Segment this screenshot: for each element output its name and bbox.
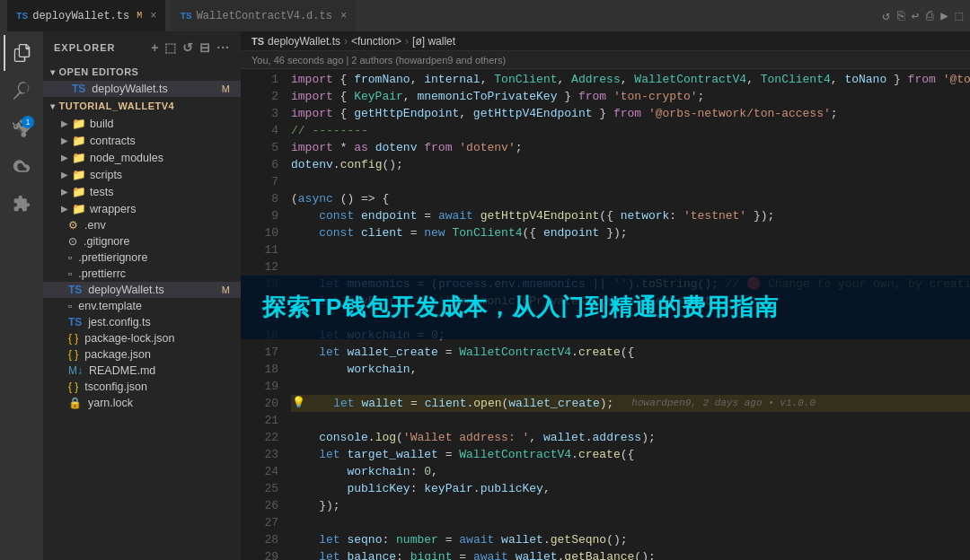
file-yarn-lock[interactable]: 🔒 yarn.lock (43, 395, 241, 411)
ts-icon-2: TS (180, 11, 191, 22)
new-folder-icon[interactable]: ⬚ (164, 40, 177, 55)
git-info-text: You, 46 seconds ago | 2 authors (howardp… (251, 55, 506, 66)
file-package-json[interactable]: { } package.json (43, 346, 241, 363)
main-layout: 1 EXPLORER + ⬚ ↺ ⊟ ··· ▾ OPEN EDITORS (0, 31, 970, 560)
tab-wallet-contract[interactable]: TS WalletContractV4.d.ts × (171, 0, 356, 31)
folder-tests-label: tests (90, 186, 113, 198)
folder-contracts-icon: 📁 (72, 134, 86, 147)
code-line-12 (291, 258, 970, 276)
search-activity-icon[interactable] (4, 73, 40, 109)
folder-node-modules-label: node_modules (90, 152, 163, 164)
code-line-4: // -------- (291, 122, 970, 139)
split-icon[interactable]: ⎘ (897, 9, 904, 23)
file-jest-config-name: jest.config.ts (88, 316, 150, 328)
folder-node-modules-icon: 📁 (72, 151, 86, 164)
deploy-wallet-ts-icon: TS (68, 284, 82, 296)
git-activity-icon[interactable]: 1 (4, 110, 40, 146)
folder-tests[interactable]: ▶ 📁 tests (43, 183, 241, 200)
bulb-decoration[interactable]: 💡 (291, 395, 305, 412)
project-folder-header[interactable]: ▾ TUTORIAL_WALLETV4 (43, 97, 241, 115)
file-package-lock-name: package-lock.json (84, 332, 174, 345)
prettierrc-icon: ▫ (68, 267, 72, 280)
file-prettierrc[interactable]: ▫ .prettierrc (43, 266, 241, 282)
folder-wrappers[interactable]: ▶ 📁 wrappers (43, 200, 241, 217)
undo-icon[interactable]: ↺ (882, 8, 889, 23)
tab-close-button-2[interactable]: × (340, 10, 347, 22)
code-line-26: }); (291, 497, 970, 514)
file-package-lock[interactable]: { } package-lock.json (43, 330, 241, 346)
folder-node-modules-arrow: ▶ (61, 153, 68, 162)
open-editors-header[interactable]: ▾ OPEN EDITORS (43, 63, 241, 81)
collapse-icon[interactable]: ⊟ (199, 40, 211, 55)
new-file-icon[interactable]: + (151, 40, 159, 55)
folder-contracts-label: contracts (90, 135, 136, 147)
file-deploy-wallet[interactable]: TS deployWallet.ts M (43, 282, 241, 298)
file-package-json-name: package.json (84, 348, 151, 361)
folder-build-icon: 📁 (72, 117, 86, 130)
breadcrumb-file: deployWallet.ts (268, 35, 340, 48)
folder-wrappers-label: wrappers (90, 203, 136, 215)
code-line-20: 💡 let wallet = client.open(wallet_create… (291, 395, 970, 412)
open-editors-section: ▾ OPEN EDITORS TS deployWallet.ts M (43, 63, 241, 97)
more-options-icon[interactable]: ··· (216, 40, 230, 55)
yarn-lock-icon: 🔒 (68, 397, 82, 409)
code-editor[interactable]: 12345 678910 1112131415 1617181920 21222… (241, 69, 970, 560)
title-bar: TS deployWallet.ts M × TS WalletContract… (0, 0, 970, 31)
file-tsconfig-name: tsconfig.json (84, 381, 146, 393)
folder-scripts-icon: 📁 (72, 168, 86, 181)
readme-icon: M↓ (68, 364, 83, 377)
package-lock-icon: { } (68, 332, 78, 345)
folder-tests-arrow: ▶ (61, 187, 68, 197)
file-gitignore[interactable]: ⊙ .gitignore (43, 233, 241, 249)
file-prettierrc-name: .prettierrc (78, 267, 126, 280)
folder-build[interactable]: ▶ 📁 build (43, 115, 241, 132)
file-env-template[interactable]: ▫ env.template (43, 298, 241, 314)
title-bar-right: ↺ ⎘ ↩ ⎙ ▶ ⬚ (882, 8, 963, 23)
run-icon[interactable]: ▶ (940, 8, 948, 23)
code-line-18: workchain, (291, 361, 970, 378)
debug-activity-icon[interactable] (4, 148, 40, 184)
project-section: ▾ TUTORIAL_WALLETV4 ▶ 📁 build ▶ 📁 contra… (43, 97, 241, 411)
file-prettierignore[interactable]: ▫ .prettierignore (43, 249, 241, 266)
ts-icon: TS (16, 11, 28, 22)
activity-bar: 1 (0, 31, 43, 560)
deploy-wallet-modified: M (222, 284, 230, 295)
file-env-template-name: env.template (78, 300, 142, 312)
extensions-activity-icon[interactable] (4, 186, 40, 222)
code-line-22: console.log('Wallet address: ', wallet.a… (291, 429, 970, 446)
breadcrumb: TS deployWallet.ts › <function> › [ø] wa… (241, 31, 970, 51)
open-file-deploy-wallet[interactable]: TS deployWallet.ts M (43, 81, 241, 97)
tab-close-button[interactable]: × (150, 10, 156, 22)
tsconfig-icon: { } (68, 381, 78, 393)
tab-modified-indicator: M (137, 11, 142, 21)
layout-icon[interactable]: ⬚ (956, 8, 963, 23)
folder-scripts-label: scripts (90, 169, 122, 181)
env-file-icon: ⚙ (68, 219, 78, 232)
code-line-29: let balance: bigint = await wallet.getBa… (291, 548, 970, 560)
code-line-28: let seqno: number = await wallet.getSeqn… (291, 531, 970, 548)
folder-scripts[interactable]: ▶ 📁 scripts (43, 166, 241, 183)
file-env[interactable]: ⚙ .env (43, 217, 241, 233)
code-line-2: import { KeyPair, mnemonicToPrivateKey }… (291, 88, 970, 105)
forward-icon[interactable]: ⎙ (926, 9, 933, 23)
content-area: TS deployWallet.ts › <function> › [ø] wa… (241, 31, 970, 560)
lightbulb-icon: 💡 (292, 395, 305, 412)
file-jest-config[interactable]: TS jest.config.ts (43, 314, 241, 330)
sidebar-title: EXPLORER + ⬚ ↺ ⊟ ··· (43, 31, 241, 63)
file-readme[interactable]: M↓ README.md (43, 363, 241, 379)
folder-build-arrow: ▶ (61, 118, 68, 128)
explorer-activity-icon[interactable] (4, 35, 40, 71)
file-prettierignore-name: .prettierignore (78, 251, 147, 264)
modified-indicator: M (222, 83, 230, 94)
refresh-icon[interactable]: ↺ (182, 40, 194, 55)
tab-deploy-wallet[interactable]: TS deployWallet.ts M × (7, 0, 165, 31)
back-icon[interactable]: ↩ (912, 8, 919, 23)
git-file-icon: ⊙ (68, 235, 77, 248)
code-line-17: let wallet_create = WalletContractV4.cre… (291, 344, 970, 361)
folder-contracts[interactable]: ▶ 📁 contracts (43, 132, 241, 149)
code-line-10: const client = new TonClient4({ endpoint… (291, 224, 970, 241)
file-tsconfig[interactable]: { } tsconfig.json (43, 379, 241, 395)
open-editors-label: OPEN EDITORS (59, 66, 139, 77)
tab-label: deployWallet.ts (32, 10, 129, 22)
folder-node-modules[interactable]: ▶ 📁 node_modules (43, 149, 241, 166)
